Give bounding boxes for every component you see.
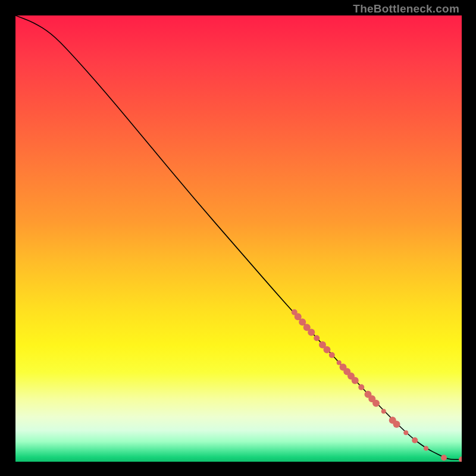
scatter-dot — [441, 455, 447, 461]
chart-overlay — [15, 15, 462, 462]
scatter-dot — [372, 400, 380, 407]
scatter-dot — [393, 421, 400, 428]
scatter-dot — [352, 377, 359, 384]
scatter-dot — [358, 384, 364, 390]
scatter-dot — [337, 361, 342, 365]
scatter-dot — [314, 335, 320, 341]
scatter-dot — [459, 456, 462, 462]
curve-line — [15, 15, 462, 459]
scatter-dots — [292, 309, 462, 462]
scatter-dot — [403, 430, 408, 435]
chart-container: TheBottleneck.com — [0, 0, 476, 476]
watermark-text: TheBottleneck.com — [353, 2, 459, 15]
scatter-dot — [329, 352, 335, 358]
plot-area — [15, 15, 462, 462]
scatter-dot — [412, 437, 418, 443]
scatter-dot — [424, 446, 428, 451]
scatter-dot — [324, 346, 331, 353]
scatter-dot — [381, 409, 386, 414]
scatter-dot — [308, 329, 315, 336]
